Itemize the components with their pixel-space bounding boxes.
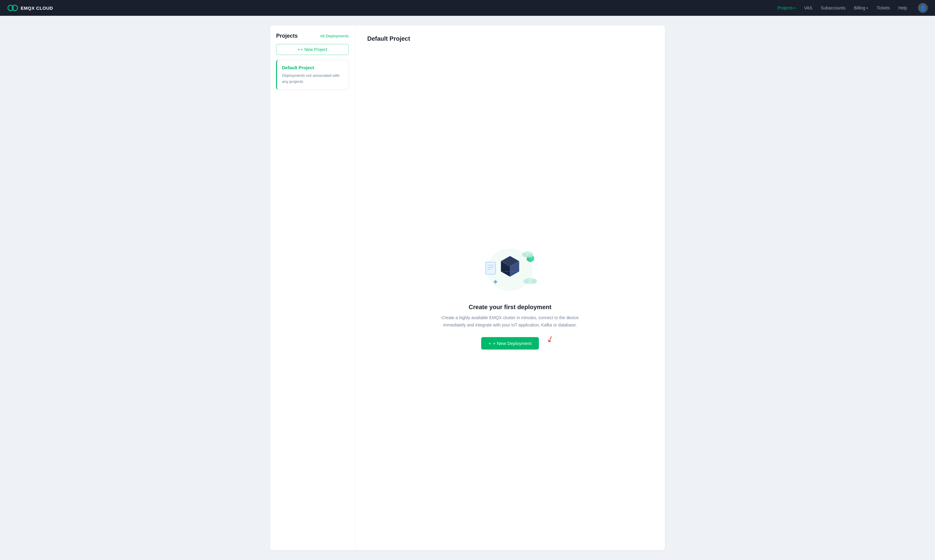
deployment-illustration <box>480 245 541 294</box>
nav-billing[interactable]: Billing ▾ <box>854 5 868 10</box>
empty-state: Create your first deployment Create a hi… <box>367 54 653 540</box>
plus-icon: + <box>298 47 300 52</box>
project-card-name: Default Project <box>282 65 344 70</box>
navbar: EMQX CLOUD Projects ▾ VAS Subaccounts Bi… <box>0 0 935 16</box>
nav-help[interactable]: Help <box>898 5 907 10</box>
sidebar: Projects All Deployments + + New Project… <box>270 26 355 550</box>
default-project-card[interactable]: Default Project Deployments not associat… <box>276 60 349 89</box>
content-container: Projects All Deployments + + New Project… <box>270 26 665 550</box>
svg-point-20 <box>528 253 533 257</box>
svg-rect-11 <box>486 262 496 274</box>
sidebar-header: Projects All Deployments <box>276 33 349 39</box>
sidebar-title: Projects <box>276 33 298 39</box>
plus-icon: + <box>488 341 491 346</box>
annotation-arrow: ↙ <box>545 333 555 345</box>
navbar-nav: Projects ▾ VAS Subaccounts Billing ▾ Tic… <box>778 3 928 13</box>
chevron-down-icon: ▾ <box>866 6 868 10</box>
empty-state-description: Create a highly available EMQX cluster i… <box>431 314 589 329</box>
chevron-down-icon: ▾ <box>794 6 796 10</box>
user-avatar[interactable]: 👤 <box>918 3 928 13</box>
nav-projects[interactable]: Projects ▾ <box>778 5 796 10</box>
main-content: Default Project <box>355 26 665 550</box>
empty-state-title: Create your first deployment <box>469 304 551 311</box>
svg-point-1 <box>12 5 18 11</box>
all-deployments-link[interactable]: All Deployments <box>320 34 349 38</box>
page-title: Default Project <box>367 35 653 42</box>
new-deployment-wrapper: + + New Deployment ↙ <box>481 337 539 349</box>
svg-point-22 <box>524 279 529 284</box>
page-wrapper: Projects All Deployments + + New Project… <box>0 16 935 560</box>
brand: EMQX CLOUD <box>7 4 53 12</box>
brand-name: EMQX CLOUD <box>21 5 53 11</box>
nav-tickets[interactable]: Tickets <box>876 5 890 10</box>
new-deployment-button[interactable]: + + New Deployment <box>481 337 539 349</box>
svg-point-23 <box>531 279 537 284</box>
nav-vas[interactable]: VAS <box>804 5 812 10</box>
nav-subaccounts[interactable]: Subaccounts <box>821 5 846 10</box>
user-icon: 👤 <box>920 5 926 11</box>
new-project-button[interactable]: + + New Project <box>276 44 349 55</box>
svg-point-19 <box>522 253 527 257</box>
project-card-description: Deployments not associated with any proj… <box>282 72 344 85</box>
emqx-logo-icon <box>7 4 18 12</box>
